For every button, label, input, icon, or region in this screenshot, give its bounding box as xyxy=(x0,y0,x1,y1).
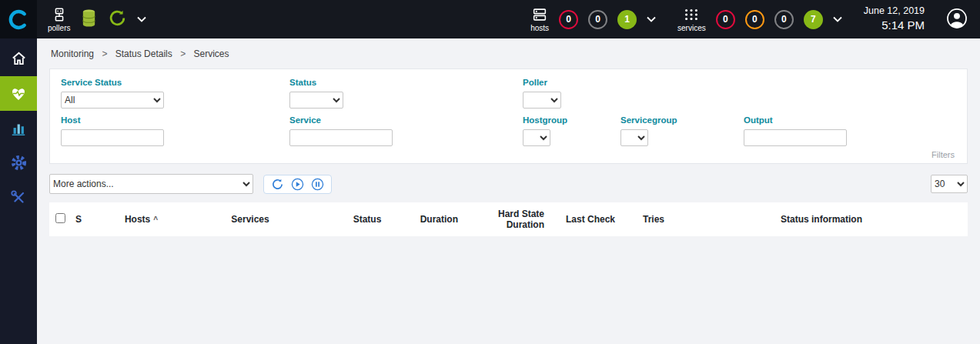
col-header-graph xyxy=(307,202,333,236)
hosts-counters: 001 xyxy=(559,10,637,29)
status-select[interactable] xyxy=(289,92,343,109)
sidebar-item-home[interactable] xyxy=(0,42,37,76)
services-grid-icon xyxy=(683,6,700,23)
pollers-menu[interactable]: pollers xyxy=(48,6,70,32)
col-header-hard-state-duration[interactable]: Hard State Duration xyxy=(463,202,549,236)
services-table: S Hosts^ Services Status Duration Hard S… xyxy=(49,202,968,236)
refresh-icon[interactable] xyxy=(271,178,284,191)
bar-chart-icon xyxy=(10,120,27,137)
refresh-controls xyxy=(263,175,332,194)
breadcrumb-separator: > xyxy=(180,48,186,59)
output-input[interactable] xyxy=(744,129,847,146)
col-header-duration[interactable]: Duration xyxy=(401,202,463,236)
service-label: Service xyxy=(289,115,321,125)
services-critical-counter[interactable]: 0 xyxy=(716,10,735,29)
col-header-hosts[interactable]: Hosts^ xyxy=(89,202,193,236)
sidebar xyxy=(0,38,37,344)
hosts-unreachable-counter[interactable]: 0 xyxy=(588,10,607,29)
play-icon[interactable] xyxy=(291,178,304,191)
page-size-select[interactable]: 30 xyxy=(931,175,968,193)
hostgroup-label: Hostgroup xyxy=(523,115,567,125)
pause-icon[interactable] xyxy=(311,178,324,191)
clock: June 12, 2019 5:14 PM xyxy=(864,5,925,33)
table-toolbar: More actions... xyxy=(49,174,968,194)
poller-status-group: pollers xyxy=(48,6,146,32)
host-label: Host xyxy=(61,115,81,125)
breadcrumb: Monitoring > Status Details > Services xyxy=(37,38,980,67)
sidebar-item-configuration[interactable] xyxy=(0,145,37,180)
servicegroup-select[interactable] xyxy=(620,129,648,146)
main-content: Monitoring > Status Details > Services S… xyxy=(37,38,980,344)
col-header-tries[interactable]: Tries xyxy=(620,202,669,236)
col-header-last-check[interactable]: Last Check xyxy=(549,202,620,236)
breadcrumb-separator: > xyxy=(102,48,107,59)
tools-icon xyxy=(10,189,27,206)
breadcrumb-monitoring[interactable]: Monitoring xyxy=(51,48,94,59)
sidebar-item-administration[interactable] xyxy=(0,180,37,215)
output-label: Output xyxy=(744,115,773,125)
poller-label: Poller xyxy=(523,78,547,87)
service-status-select[interactable]: All xyxy=(61,92,164,109)
hostgroup-select[interactable] xyxy=(523,129,550,146)
select-all-checkbox[interactable] xyxy=(55,213,65,223)
col-header-s[interactable]: S xyxy=(71,202,89,236)
pollers-icon xyxy=(51,6,68,23)
heart-pulse-icon xyxy=(9,85,28,103)
hosts-label: hosts xyxy=(530,24,549,32)
user-icon[interactable] xyxy=(946,8,968,32)
current-date: June 12, 2019 xyxy=(864,5,925,18)
top-bar: pollers xyxy=(0,0,980,38)
services-menu[interactable]: services xyxy=(677,6,706,32)
services-label: services xyxy=(677,24,706,32)
services-counters: 0007 xyxy=(716,10,823,29)
services-ok-counter[interactable]: 7 xyxy=(804,10,823,29)
filter-panel: Service Status All Status Poller Host xyxy=(49,68,968,164)
pollers-label: pollers xyxy=(48,24,70,32)
sort-asc-icon: ^ xyxy=(153,215,158,224)
poller-select[interactable] xyxy=(523,92,561,109)
hosts-down-counter[interactable]: 0 xyxy=(559,10,578,29)
col-header-services[interactable]: Services xyxy=(193,202,307,236)
hosts-icon xyxy=(531,6,548,23)
gear-icon xyxy=(10,154,28,172)
services-warning-counter[interactable]: 0 xyxy=(745,10,764,29)
sidebar-item-reporting[interactable] xyxy=(0,111,37,145)
database-icon[interactable] xyxy=(80,8,98,30)
breadcrumb-services[interactable]: Services xyxy=(193,48,229,59)
chevron-down-icon[interactable] xyxy=(647,16,656,22)
col-header-status-information[interactable]: Status information xyxy=(669,202,968,236)
hosts-menu[interactable]: hosts xyxy=(530,6,549,32)
hosts-status-group: hosts 001 xyxy=(530,6,656,32)
servicegroup-label: Servicegroup xyxy=(620,115,677,125)
current-time: 5:14 PM xyxy=(864,18,925,33)
chevron-down-icon[interactable] xyxy=(137,16,146,22)
service-status-label: Service Status xyxy=(61,78,122,87)
services-unknown-counter[interactable]: 0 xyxy=(774,10,794,29)
centreon-logo-icon xyxy=(8,9,29,30)
home-icon xyxy=(10,50,28,68)
col-header-status[interactable]: Status xyxy=(333,202,401,236)
topbar-right: hosts 001 services 0007 June 12, 2 xyxy=(530,5,980,33)
chevron-down-icon[interactable] xyxy=(833,16,842,22)
host-input[interactable] xyxy=(61,129,164,146)
table-header-row: S Hosts^ Services Status Duration Hard S… xyxy=(49,202,968,236)
service-input[interactable] xyxy=(289,129,393,146)
status-label: Status xyxy=(289,78,316,87)
sync-ok-icon[interactable] xyxy=(108,8,127,30)
centreon-logo[interactable] xyxy=(0,0,37,38)
services-status-group: services 0007 xyxy=(677,6,842,32)
hosts-up-counter[interactable]: 1 xyxy=(617,10,637,29)
breadcrumb-status-details[interactable]: Status Details xyxy=(115,48,172,59)
more-actions-select[interactable]: More actions... xyxy=(49,174,253,194)
sidebar-item-monitoring[interactable] xyxy=(0,76,37,111)
filters-caption: Filters xyxy=(61,146,956,162)
